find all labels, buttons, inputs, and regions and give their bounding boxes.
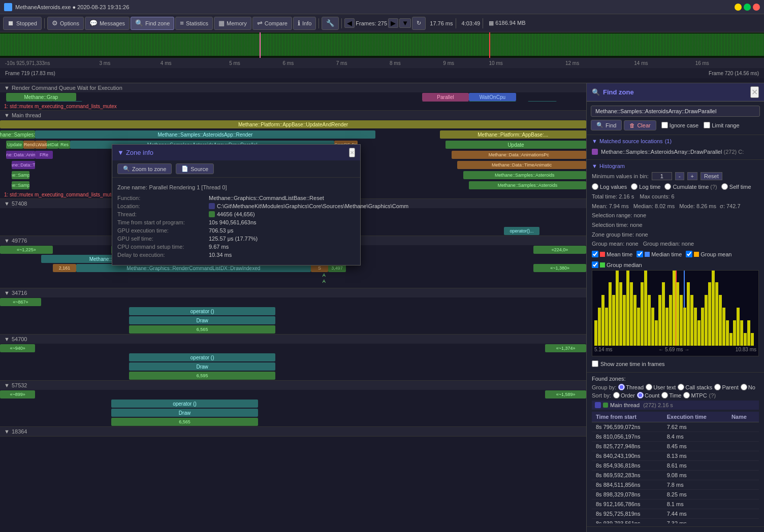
minimize-button[interactable] — [735, 4, 742, 11]
thread-header-18364[interactable]: ▼ 18364 — [0, 427, 586, 436]
zone-bar-res[interactable]: Res — [58, 141, 70, 149]
th-time-start[interactable]: Time from start — [592, 412, 663, 422]
zone-bar-57532-6565[interactable]: 6,565 — [111, 418, 258, 426]
sort-count-radio[interactable]: Count — [637, 392, 659, 398]
zone-bar-fre[interactable]: FRe — [35, 151, 53, 159]
zone-bar-ac-1[interactable]: Methane::Samples::Ac — [12, 171, 29, 179]
zone-bar-34716-wave[interactable]: «~867» — [0, 298, 41, 306]
table-row[interactable]: 8s 810,056,197ns8.4 ms — [592, 432, 759, 442]
messages-button[interactable]: 💬 Messages — [85, 17, 130, 30]
zone-bar-platform-app-r[interactable]: Methane::Platform::AppBase:... — [440, 130, 587, 139]
ignore-case-input[interactable] — [661, 122, 668, 128]
histogram-title[interactable]: ▼ Histogram — [592, 163, 759, 169]
group-mean-legend[interactable]: Group mean — [686, 251, 731, 257]
th-name[interactable]: Name — [727, 412, 759, 422]
zone-bar-timeanim-r[interactable]: Methane::Data::TimeAnimatic — [457, 161, 586, 169]
hist-reset-button[interactable]: Reset — [701, 172, 722, 180]
zone-bar-rend[interactable]: Rend — [23, 141, 35, 149]
settings-button[interactable]: 🔧 — [322, 17, 339, 30]
zone-bar-ac-2[interactable]: Methane::Samples::Ac — [12, 181, 29, 189]
zone-bar-49776-wave-l[interactable]: «~1,225» — [0, 246, 53, 254]
table-row[interactable]: 8s 796,599,072ns7.62 ms — [592, 422, 759, 432]
matched-section-title[interactable]: ▼ Matched source locations (1) — [592, 138, 759, 144]
compare-button[interactable]: ⇌ Compare — [252, 17, 292, 30]
zone-bar-platform-app[interactable]: Methane::Platform::AppBase::UpdateAndRen… — [0, 120, 586, 128]
table-row[interactable]: 8s 898,329,078ns8.25 ms — [592, 490, 759, 500]
show-frames-label[interactable]: Show zone time in frames — [592, 358, 759, 369]
table-row[interactable]: 8s 912,166,786ns8.1 ms — [592, 500, 759, 509]
zone-bar-54700-op[interactable]: operator () — [129, 353, 276, 361]
zone-bar-54700-wave[interactable]: «~940» — [0, 344, 35, 352]
log-values-radio[interactable]: Log values — [592, 183, 627, 190]
zone-bar-asteroids-r3[interactable]: Methane::Samples::Asteroids — [469, 181, 586, 189]
table-row[interactable]: 8s 939,793,561ns7.32 ms — [592, 519, 759, 524]
group-no-radio[interactable]: No — [741, 384, 755, 390]
zone-bar-asteroids-r2[interactable]: Methane::Samples::Asteroids — [463, 171, 586, 179]
found-zones-table-wrap[interactable]: Time from start Execution time Name 8s 7… — [592, 412, 759, 523]
sort-mtpc-radio[interactable]: MTPC — [683, 392, 707, 398]
zoom-to-zone-button[interactable]: 🔍 Zoom to zone — [117, 163, 172, 174]
median-time-legend[interactable]: Median time — [636, 251, 682, 257]
zone-bar-anim-pc[interactable]: Methane::Data::AnimationsPc — [452, 151, 586, 159]
limit-range-checkbox[interactable]: Limit range — [704, 122, 739, 128]
zone-bar-complete-r1[interactable]: Complete — [469, 101, 516, 102]
zone-info-header[interactable]: ▼ Zone info × — [112, 145, 360, 160]
zone-bar-57532-op[interactable]: operator () — [111, 400, 258, 408]
zone-bar-parallel-2[interactable]: Paralle — [422, 101, 469, 102]
zone-bar-complete-1[interactable]: Complete — [6, 101, 53, 102]
zone-bar-timea[interactable]: Methane::Data::TimeAl — [12, 161, 35, 169]
info-button[interactable]: ℹ Info — [293, 17, 316, 30]
min-values-input[interactable] — [652, 172, 672, 180]
memory-button[interactable]: ▦ Memory — [214, 17, 251, 30]
thread-group-header[interactable]: Main thread (272) 2.16 s — [592, 401, 759, 410]
findzone-search-input[interactable] — [591, 106, 760, 117]
zone-bar-methane-grap[interactable]: Methane::Grap — [6, 93, 76, 101]
options-button[interactable]: ⚙ Options — [47, 17, 84, 30]
thread-header-main[interactable]: ▼ Main thread — [0, 111, 586, 120]
maximize-button[interactable] — [744, 4, 751, 11]
cumulate-time-radio[interactable]: Cumulate time (?) — [664, 183, 717, 190]
group-parent-radio[interactable]: Parent — [714, 384, 738, 390]
zone-bar-49776-1380[interactable]: «~1,380» — [533, 264, 586, 272]
table-row[interactable]: 8s 884,511,856ns7.8 ms — [592, 480, 759, 490]
hist-minus-button[interactable]: - — [675, 172, 684, 180]
th-exec-time[interactable]: Execution time — [663, 412, 727, 422]
frame-menu-button[interactable]: ▼ — [399, 18, 411, 28]
zone-bar-34716-op[interactable]: operator () — [129, 307, 276, 315]
zone-bar-49776-wave-r[interactable]: «224,0» — [533, 246, 586, 254]
table-row[interactable]: 8s 869,592,283ns9.08 ms — [592, 471, 759, 480]
show-frames-checkbox[interactable] — [592, 360, 598, 367]
zone-bar-54700-draw[interactable]: Draw — [129, 362, 276, 371]
mean-time-legend[interactable]: Mean time — [592, 251, 632, 257]
zone-bar-update-r[interactable]: Update — [445, 141, 586, 149]
zone-bar-54700-wave-r[interactable]: «~1,374» — [545, 344, 586, 352]
refresh-button[interactable]: ↻ — [412, 17, 426, 30]
zone-bar-49776-2161[interactable]: 2,161 — [53, 264, 76, 272]
thread-header-34716[interactable]: ▼ 34716 — [0, 288, 586, 297]
zone-bar-waitoncpu[interactable]: WaitOnCpu — [469, 93, 516, 101]
zone-info-close-button[interactable]: × — [349, 148, 355, 157]
zone-bar-parallel-1[interactable]: Parallel — [422, 93, 469, 101]
thread-header-render-cmd[interactable]: ▼ Render Command Queue Wait for Executio… — [0, 83, 586, 92]
find-zone-button[interactable]: 🔍 Find zone — [131, 17, 174, 30]
zone-bar-ast-1[interactable]: Methane::Samples::Ast — [0, 130, 35, 139]
zone-bar-setdata[interactable]: SetData — [47, 141, 58, 149]
table-row[interactable]: 8s 825,727,948ns8.45 ms — [592, 442, 759, 451]
zone-bar-anim-com[interactable]: Methane::Data::Anim.Com — [6, 151, 36, 159]
zone-bar-lwait[interactable]: LWait — [35, 141, 47, 149]
thread-header-54700[interactable]: ▼ 54700 — [0, 335, 586, 344]
findzone-close-button[interactable]: ✕ — [750, 86, 759, 98]
zone-bar-34716-draw[interactable]: Draw — [129, 316, 276, 324]
zone-bar-57532-wave[interactable]: «~899» — [0, 390, 35, 398]
frame-forward-button[interactable]: ▶ — [388, 18, 398, 28]
frame-back-button[interactable]: ◀ — [344, 18, 355, 28]
find-button[interactable]: 🔍 Find — [591, 120, 622, 130]
thread-header-57532[interactable]: ▼ 57532 — [0, 381, 586, 390]
zone-bar-complete-r2[interactable]: Complete — [528, 101, 557, 102]
table-row[interactable]: 8s 840,243,190ns8.13 ms — [592, 451, 759, 461]
group-callstacks-radio[interactable]: Call stacks — [678, 384, 712, 390]
sort-order-radio[interactable]: Order — [613, 392, 635, 398]
log-time-radio[interactable]: Log time — [631, 183, 660, 190]
group-thread-radio[interactable]: Thread — [618, 384, 644, 390]
zone-bar-57408-op-r[interactable]: operator()... — [504, 227, 539, 235]
